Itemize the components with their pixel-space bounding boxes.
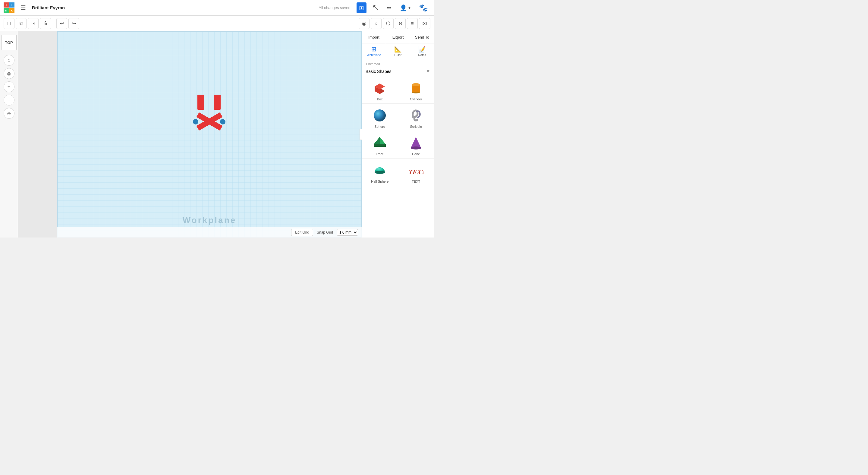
home-view-button[interactable]: ⌂ bbox=[4, 55, 14, 66]
sphere-shape-preview bbox=[372, 108, 387, 123]
logo-n: N bbox=[4, 8, 9, 13]
right-panel: Import Export Send To ⊞ Workplane 📐 Rule… bbox=[362, 31, 434, 238]
left-panel: TOP ⌂ ◎ + − ⊕ bbox=[0, 31, 18, 238]
grid-view-button[interactable]: ⊞ bbox=[356, 2, 367, 13]
pikachu-icon: 🐾 bbox=[419, 4, 428, 12]
shape-rect-right[interactable] bbox=[214, 95, 221, 110]
undo-button[interactable]: ↩ bbox=[56, 18, 67, 29]
shape-item-scribble[interactable]: Scribble bbox=[398, 104, 434, 131]
logo-t: T bbox=[4, 2, 9, 8]
pikachu-button[interactable]: 🐾 bbox=[416, 2, 430, 14]
grid-view-icon: ⊞ bbox=[359, 4, 364, 11]
visibility-button[interactable]: ◉ bbox=[359, 18, 370, 29]
toolbar-separator-1 bbox=[54, 19, 54, 28]
zoom-in-button[interactable]: + bbox=[4, 82, 14, 92]
shapes-category[interactable]: Basic Shapes ▼ bbox=[362, 67, 434, 76]
user-icon: 👤 bbox=[400, 4, 407, 11]
halfsphere-shape-preview bbox=[372, 163, 387, 178]
shape-item-roof[interactable]: Roof bbox=[362, 131, 398, 159]
project-title: Brilliant Fyyran bbox=[32, 5, 315, 10]
shape-item-sphere[interactable]: Sphere bbox=[362, 104, 398, 131]
shape-item-cone[interactable]: Cone bbox=[398, 131, 434, 159]
subtract-button[interactable]: ⊖ bbox=[395, 18, 406, 29]
polygon-button[interactable]: ⬡ bbox=[383, 18, 394, 29]
shapes-category-name: Basic Shapes bbox=[366, 69, 423, 74]
shapes-grid: Box Cylinder bbox=[362, 76, 434, 186]
ruler-tool-button[interactable]: 📐 Ruler bbox=[386, 43, 410, 59]
import-button[interactable]: Import bbox=[362, 31, 386, 43]
zoom-out-button[interactable]: − bbox=[4, 95, 14, 105]
shape-rect-left[interactable] bbox=[197, 95, 204, 110]
mirror-button[interactable]: ⋈ bbox=[419, 18, 430, 29]
logo-k: K bbox=[9, 8, 15, 13]
select-all-button[interactable]: □ bbox=[4, 18, 14, 29]
workplane-tool-button[interactable]: ⊞ Workplane bbox=[362, 43, 386, 59]
main-area: TOP ⌂ ◎ + − ⊕ Workplane › bbox=[0, 31, 434, 238]
shape-item-box[interactable]: Box bbox=[362, 76, 398, 104]
save-status: All changes saved bbox=[318, 5, 350, 10]
text-shape-preview: TEXT bbox=[408, 163, 424, 178]
dot-right bbox=[220, 119, 225, 124]
svg-point-11 bbox=[411, 147, 421, 150]
notes-tool-label: Notes bbox=[418, 53, 426, 57]
workplane-icon: ⊞ bbox=[371, 45, 376, 53]
right-toolbar: ⊞ Workplane 📐 Ruler 📝 Notes bbox=[362, 43, 434, 59]
delete-button[interactable]: 🗑 bbox=[40, 18, 51, 29]
bottom-bar: Edit Grid Snap Grid 1.0 mm 0.5 mm 2.0 mm bbox=[57, 227, 362, 238]
import-export-row: Import Export Send To bbox=[362, 31, 434, 43]
sphere-shape-label: Sphere bbox=[375, 125, 385, 128]
send-to-button[interactable]: Send To bbox=[410, 31, 434, 43]
view-label: TOP bbox=[1, 35, 17, 50]
svg-point-12 bbox=[375, 171, 385, 174]
snap-grid-select[interactable]: 1.0 mm 0.5 mm 2.0 mm bbox=[337, 229, 358, 236]
workplane[interactable]: Workplane › bbox=[57, 31, 362, 238]
cylinder-shape-preview bbox=[408, 81, 424, 96]
svg-text:TEXT: TEXT bbox=[408, 168, 424, 176]
roof-shape-preview bbox=[372, 135, 387, 150]
dot-left bbox=[193, 119, 198, 124]
cylinder-shape-label: Cylinder bbox=[410, 97, 422, 101]
user-button[interactable]: 👤 + bbox=[397, 2, 413, 13]
shapes-panel: Tinkercad Basic Shapes ▼ Box bbox=[362, 59, 434, 238]
svg-marker-10 bbox=[411, 137, 421, 148]
snap-grid-label: Snap Grid bbox=[317, 230, 333, 234]
workplane-label: Workplane bbox=[183, 216, 237, 225]
edit-grid-button[interactable]: Edit Grid bbox=[291, 229, 313, 236]
logo-i: I bbox=[9, 2, 15, 8]
shape-item-cylinder[interactable]: Cylinder bbox=[398, 76, 434, 104]
notes-tool-button[interactable]: 📝 Notes bbox=[410, 43, 434, 59]
svg-marker-8 bbox=[374, 137, 380, 145]
redo-button[interactable]: ↪ bbox=[68, 18, 79, 29]
scribble-shape-label: Scribble bbox=[410, 125, 422, 128]
shape-item-halfsphere[interactable]: Half Sphere bbox=[362, 159, 398, 186]
add-user-icon: + bbox=[408, 6, 410, 10]
halfsphere-shape-label: Half Sphere bbox=[371, 180, 389, 183]
tools-button[interactable]: ⛏ bbox=[370, 2, 381, 13]
svg-rect-9 bbox=[374, 145, 386, 147]
light-button[interactable]: ○ bbox=[371, 18, 381, 29]
gallery-button[interactable]: ▪▪ bbox=[384, 2, 394, 13]
gallery-icon: ▪▪ bbox=[387, 4, 391, 11]
tinkercad-logo: T I N K bbox=[4, 2, 14, 13]
fit-view-button[interactable]: ◎ bbox=[4, 68, 14, 79]
align-button[interactable]: ≡ bbox=[407, 18, 418, 29]
shape-x-mouth[interactable] bbox=[193, 113, 226, 131]
svg-point-5 bbox=[412, 83, 420, 86]
workplane-tool-label: Workplane bbox=[367, 53, 381, 57]
toolbar: □ ⧉ ⊡ 🗑 ↩ ↪ ◉ ○ ⬡ ⊖ ≡ ⋈ bbox=[0, 16, 434, 31]
hamburger-icon: ☰ bbox=[21, 4, 26, 11]
notes-icon: 📝 bbox=[418, 45, 426, 53]
ruler-tool-label: Ruler bbox=[395, 53, 402, 57]
settings-view-button[interactable]: ⊕ bbox=[4, 108, 14, 119]
canvas-area[interactable]: Workplane › Edit Grid Snap Grid bbox=[18, 31, 362, 238]
copy-button[interactable]: ⧉ bbox=[16, 18, 27, 29]
duplicate-button[interactable]: ⊡ bbox=[28, 18, 38, 29]
chevron-down-icon: ▼ bbox=[426, 69, 430, 74]
export-button[interactable]: Export bbox=[386, 31, 410, 43]
shape-item-text[interactable]: TEXT TEXT bbox=[398, 159, 434, 186]
hamburger-button[interactable]: ☰ bbox=[18, 2, 28, 13]
box-shape-label: Box bbox=[377, 97, 383, 101]
toolbar-right: ◉ ○ ⬡ ⊖ ≡ ⋈ bbox=[359, 18, 430, 29]
collapse-panel-button[interactable]: › bbox=[360, 129, 362, 140]
text-shape-label: TEXT bbox=[412, 180, 420, 183]
